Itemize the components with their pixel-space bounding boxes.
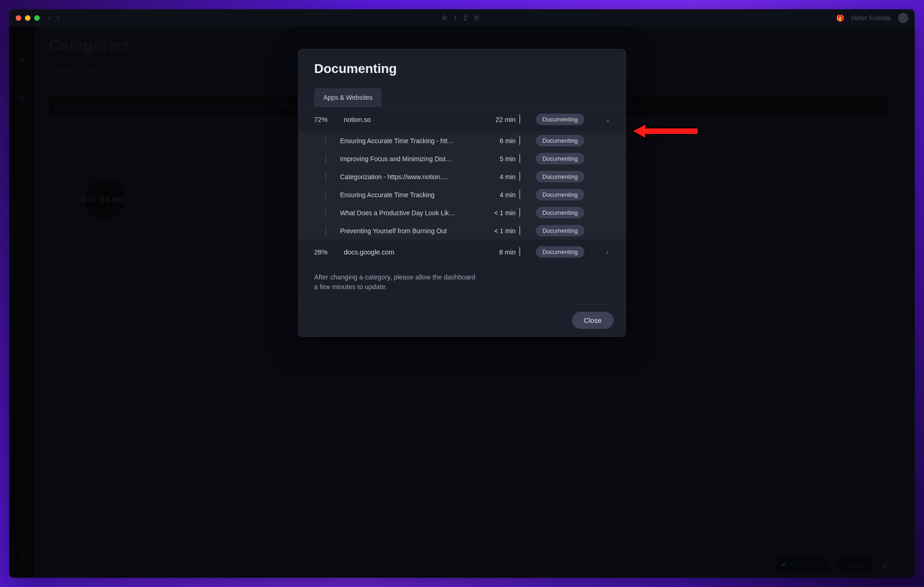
tab-apps-websites[interactable]: Apps & Websites — [314, 88, 382, 107]
window-icon — [519, 191, 532, 199]
traffic-lights — [16, 15, 40, 21]
chevron-down-icon[interactable]: ⌄ — [600, 116, 615, 123]
close-window-icon[interactable] — [16, 15, 21, 21]
row-tick — [325, 190, 326, 200]
app-window: ‹ › R I Z E 🎁 Refer Friends ⌂ ◔ ▢ ▣ ↺ ✎ … — [9, 9, 915, 578]
page-title-link[interactable]: Ensuring Accurate Time Tracking - htt… — [340, 137, 460, 145]
chevron-left-icon[interactable]: ‹ — [600, 248, 615, 256]
minimize-window-icon[interactable] — [25, 15, 30, 21]
row-name: docs.google.com — [344, 248, 476, 256]
page-title-link[interactable]: Preventing Yourself from Burning Out — [340, 227, 460, 235]
row-percent: 28% — [314, 248, 340, 256]
modal-note: After changing a category, please allow … — [298, 264, 492, 304]
category-pill[interactable]: Documenting — [536, 246, 596, 258]
forward-icon[interactable]: › — [57, 14, 59, 22]
page-duration: 6 min — [480, 137, 516, 145]
modal-page-row[interactable]: Preventing Yourself from Burning Out < 1… — [298, 222, 626, 240]
history-nav: ‹ › — [48, 14, 60, 22]
window-icon — [519, 116, 532, 123]
window-icon — [519, 227, 532, 235]
avatar[interactable] — [898, 13, 908, 23]
modal-page-row[interactable]: Categorization - https://www.notion.… 4 … — [298, 168, 626, 186]
page-duration: 4 min — [480, 173, 516, 181]
modal-page-row[interactable]: Ensuring Accurate Time Tracking - htt… 6… — [298, 132, 626, 150]
page-duration: < 1 min — [480, 209, 516, 217]
modal-page-row[interactable]: Ensuring Accurate Time Tracking 4 min Do… — [298, 186, 626, 204]
window-icon — [519, 209, 532, 217]
window-icon — [519, 248, 532, 256]
page-title-link[interactable]: Improving Focus and Minimizing Dist… — [340, 155, 460, 163]
page-duration: < 1 min — [480, 227, 516, 235]
modal-page-row[interactable]: Improving Focus and Minimizing Dist… 5 m… — [298, 150, 626, 168]
page-duration: 5 min — [480, 155, 516, 163]
category-pill[interactable]: Documenting — [536, 207, 596, 218]
page-title-link[interactable]: Categorization - https://www.notion.… — [340, 173, 460, 181]
category-pill[interactable]: Documenting — [536, 171, 596, 182]
window-icon — [519, 155, 532, 163]
titlebar: ‹ › R I Z E 🎁 Refer Friends — [9, 9, 915, 27]
close-button[interactable]: Close — [572, 312, 614, 329]
page-title-link[interactable]: Ensuring Accurate Time Tracking — [340, 191, 460, 199]
gift-icon: 🎁 — [836, 14, 844, 22]
category-pill[interactable]: Documenting — [536, 225, 596, 236]
row-tick — [325, 136, 326, 145]
row-tick — [325, 172, 326, 182]
category-pill[interactable]: Documenting — [536, 135, 596, 146]
page-duration: 4 min — [480, 191, 516, 199]
row-tick — [325, 208, 326, 218]
back-icon[interactable]: ‹ — [48, 14, 50, 22]
fullscreen-window-icon[interactable] — [34, 15, 40, 21]
row-duration: 22 min — [480, 116, 516, 123]
modal-title: Documenting — [314, 61, 610, 76]
modal-app-row[interactable]: 72% notion.so 22 min Documenting ⌄ — [298, 107, 626, 132]
window-icon — [519, 137, 532, 145]
row-tick — [325, 226, 326, 236]
category-pill[interactable]: Documenting — [536, 114, 596, 125]
modal-page-row[interactable]: What Does a Productive Day Look Lik… < 1… — [298, 204, 626, 222]
page-title-link[interactable]: What Does a Productive Day Look Lik… — [340, 209, 460, 217]
category-pill[interactable]: Documenting — [536, 189, 596, 200]
refer-friends-link[interactable]: Refer Friends — [851, 14, 891, 22]
row-percent: 72% — [314, 116, 340, 123]
modal-app-row[interactable]: 28% docs.google.com 8 min Documenting ‹ — [298, 240, 626, 264]
documenting-modal: Documenting Apps & Websites 72% notion.s… — [298, 49, 626, 337]
row-name: notion.so — [344, 116, 476, 123]
app-name: R I Z E — [442, 14, 482, 22]
window-icon — [519, 173, 532, 181]
modal-subrows: Ensuring Accurate Time Tracking - htt… 6… — [298, 132, 626, 240]
row-duration: 8 min — [480, 248, 516, 256]
row-tick — [325, 154, 326, 163]
category-pill[interactable]: Documenting — [536, 153, 596, 164]
